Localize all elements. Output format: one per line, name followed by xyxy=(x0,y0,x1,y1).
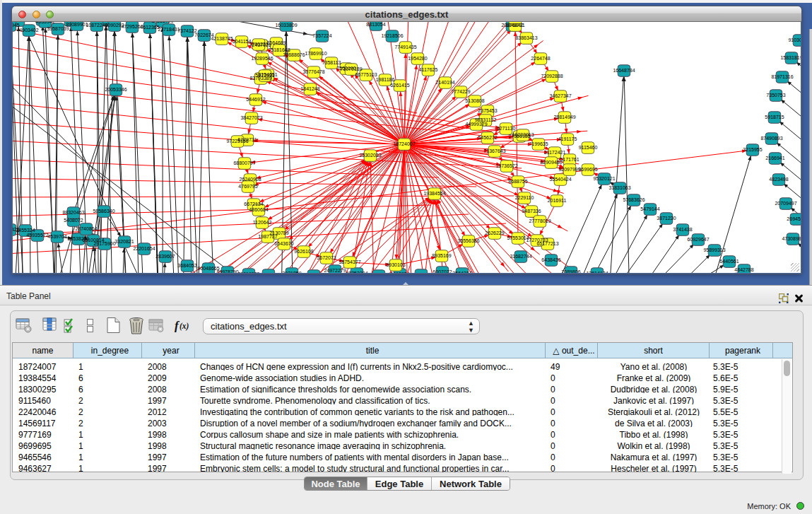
svg-text:7358113: 7358113 xyxy=(322,60,341,65)
svg-text:9115460: 9115460 xyxy=(579,145,598,150)
svg-text:17869910: 17869910 xyxy=(305,51,326,56)
svg-text:68800797: 68800797 xyxy=(233,160,255,165)
svg-text:7350753: 7350753 xyxy=(766,93,785,98)
svg-text:6438436: 6438436 xyxy=(541,257,560,262)
svg-text:7357224: 7357224 xyxy=(312,33,331,38)
svg-text:47308985: 47308985 xyxy=(782,236,801,241)
svg-text:72092888: 72092888 xyxy=(541,74,563,78)
svg-text:3741438: 3741438 xyxy=(673,227,692,232)
svg-text:66775103: 66775103 xyxy=(355,72,377,77)
svg-text:6440561: 6440561 xyxy=(719,259,739,264)
svg-text:44999379: 44999379 xyxy=(465,122,487,127)
svg-text:58586340: 58586340 xyxy=(93,209,114,214)
svg-text:55540424: 55540424 xyxy=(549,177,571,182)
svg-text:4842788: 4842788 xyxy=(734,267,753,272)
svg-text:18724007: 18724007 xyxy=(393,141,415,146)
svg-text:20053346: 20053346 xyxy=(105,87,126,92)
svg-text:2264748: 2264748 xyxy=(531,56,550,61)
svg-text:26240908: 26240908 xyxy=(239,177,261,182)
svg-text:84252722: 84252722 xyxy=(257,272,279,273)
svg-text:5171761: 5171761 xyxy=(560,157,579,162)
svg-text:1954280: 1954280 xyxy=(408,56,427,61)
svg-text:(x): (x) xyxy=(180,322,189,331)
svg-text:87490893: 87490893 xyxy=(760,136,782,141)
svg-text:5479144: 5479144 xyxy=(640,206,659,211)
svg-text:5130808: 5130808 xyxy=(465,98,484,103)
svg-text:28814949: 28814949 xyxy=(553,115,575,119)
svg-text:4612365: 4612365 xyxy=(140,25,159,30)
svg-text:30776478: 30776478 xyxy=(302,69,324,74)
svg-text:5456272: 5456272 xyxy=(478,135,497,140)
svg-text:3871230: 3871230 xyxy=(657,216,676,221)
svg-text:5977931: 5977931 xyxy=(255,73,274,78)
svg-text:25302033: 25302033 xyxy=(359,153,381,158)
svg-text:3790237: 3790237 xyxy=(249,42,268,47)
svg-text:19233013: 19233013 xyxy=(512,132,534,137)
svg-text:91030736: 91030736 xyxy=(788,37,801,42)
svg-text:71367643: 71367643 xyxy=(483,148,505,153)
svg-text:2921859: 2921859 xyxy=(282,271,301,273)
svg-text:2166941: 2166941 xyxy=(765,156,784,160)
svg-text:38427073: 38427073 xyxy=(240,115,262,120)
svg-text:7089806: 7089806 xyxy=(561,269,580,273)
svg-text:9626108: 9626108 xyxy=(294,249,313,254)
svg-text:38688676: 38688676 xyxy=(283,52,305,57)
svg-text:2694522: 2694522 xyxy=(787,216,801,221)
svg-text:82909480: 82909480 xyxy=(540,160,562,165)
svg-text:6271130: 6271130 xyxy=(497,126,516,131)
svg-text:9699695: 9699695 xyxy=(578,167,597,172)
svg-text:31831063: 31831063 xyxy=(608,185,630,190)
svg-text:83863413: 83863413 xyxy=(515,35,537,40)
svg-text:22201654: 22201654 xyxy=(133,246,155,251)
svg-text:3684052: 3684052 xyxy=(177,263,196,268)
svg-text:2140194: 2140194 xyxy=(435,80,454,85)
svg-text:4769795: 4769795 xyxy=(238,184,257,189)
svg-text:6261415: 6261415 xyxy=(390,83,409,88)
svg-text:1841248: 1841248 xyxy=(300,86,319,91)
svg-text:7199635: 7199635 xyxy=(529,141,548,146)
svg-text:20709497: 20709497 xyxy=(775,201,796,206)
svg-text:19384554: 19384554 xyxy=(423,191,445,196)
svg-text:16648784: 16648784 xyxy=(613,68,635,73)
svg-text:97225156: 97225156 xyxy=(226,139,248,144)
svg-text:34627347: 34627347 xyxy=(549,93,571,98)
svg-text:5408072: 5408072 xyxy=(64,218,83,223)
svg-text:5418934: 5418934 xyxy=(390,271,409,273)
svg-text:23718431: 23718431 xyxy=(158,27,180,32)
svg-text:19736572: 19736572 xyxy=(495,163,517,168)
svg-text:81971316: 81971316 xyxy=(771,74,793,79)
svg-text:4860684: 4860684 xyxy=(249,207,268,212)
svg-text:8813054: 8813054 xyxy=(366,22,385,27)
svg-text:1981186: 1981186 xyxy=(376,77,395,82)
svg-text:57683626: 57683626 xyxy=(623,197,645,202)
svg-text:39587039: 39587039 xyxy=(47,26,69,31)
svg-text:27778019: 27778019 xyxy=(529,218,551,223)
svg-text:9517485: 9517485 xyxy=(411,272,430,273)
svg-text:89089901: 89089901 xyxy=(66,22,88,27)
svg-text:4903402: 4903402 xyxy=(19,28,38,33)
svg-text:5672073: 5672073 xyxy=(317,255,336,260)
svg-text:24972279: 24972279 xyxy=(324,268,346,273)
svg-text:8930103: 8930103 xyxy=(386,262,405,267)
svg-text:15831819: 15831819 xyxy=(780,55,801,60)
svg-text:89978790: 89978790 xyxy=(216,269,238,273)
svg-text:88320463: 88320463 xyxy=(62,210,84,215)
svg-text:4117625: 4117625 xyxy=(419,67,438,72)
svg-text:2626229: 2626229 xyxy=(485,230,504,235)
svg-text:2229110: 2229110 xyxy=(515,195,534,200)
svg-text:14265799: 14265799 xyxy=(151,22,173,23)
svg-text:4191175: 4191175 xyxy=(558,136,577,141)
svg-text:3215955: 3215955 xyxy=(743,147,762,152)
svg-text:6007072: 6007072 xyxy=(433,269,452,273)
svg-text:2130789: 2130789 xyxy=(269,230,288,235)
svg-text:7774229: 7774229 xyxy=(451,89,470,94)
svg-text:6672134: 6672134 xyxy=(244,201,263,206)
svg-text:19218506: 19218506 xyxy=(381,33,403,38)
svg-text:2375453: 2375453 xyxy=(478,108,497,113)
svg-text:5918715: 5918715 xyxy=(765,115,784,119)
svg-text:2564689: 2564689 xyxy=(266,40,286,45)
svg-text:4539704: 4539704 xyxy=(47,234,66,239)
svg-text:19289546: 19289546 xyxy=(251,56,273,61)
svg-text:68353204: 68353204 xyxy=(346,271,367,273)
svg-text:60929647: 60929647 xyxy=(687,237,709,242)
